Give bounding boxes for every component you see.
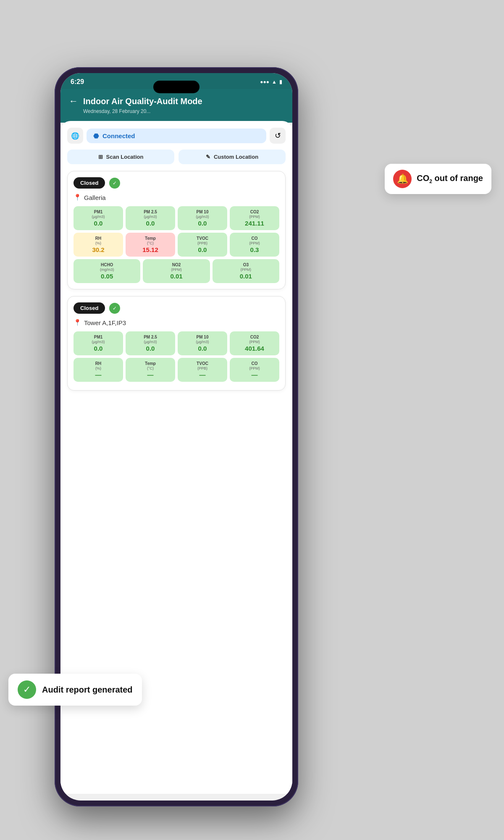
card-galleria: Closed ✓ 📍 Galleria PM1 (μg/m3) 0.0 bbox=[67, 171, 286, 289]
custom-location-label: Custom Location bbox=[214, 154, 258, 160]
metrics-row1-tower: PM1 (μg/m3) 0.0 PM 2.5 (μg/m3) 0.0 PM 10… bbox=[74, 331, 279, 355]
refresh-button[interactable]: ↺ bbox=[270, 128, 286, 144]
closed-badge-1[interactable]: Closed bbox=[74, 177, 105, 189]
wifi-icon: ▲ bbox=[272, 79, 277, 85]
qr-icon: ⊞ bbox=[98, 154, 103, 160]
metric-co-t: CO (PPM) — bbox=[230, 358, 279, 382]
location-text-1: Galleria bbox=[84, 194, 106, 201]
location-name-1: 📍 Galleria bbox=[74, 194, 279, 201]
location-text-2: Tower A,1F,IP3 bbox=[84, 319, 126, 326]
header-subtitle: Wednesday, 28 February 20... bbox=[83, 108, 284, 114]
battery-icon: ▮ bbox=[279, 79, 282, 85]
check-icon-2: ✓ bbox=[109, 303, 120, 314]
metric-co2-t: CO2 (PPM) 401.64 bbox=[230, 331, 279, 355]
metrics-row3-galleria: HCHO (mg/m3) 0.05 NO2 (PPM) 0.01 O3 (PPM… bbox=[74, 259, 279, 283]
metric-o3: O3 (PPM) 0.01 bbox=[213, 259, 279, 283]
globe-icon: 🌐 bbox=[71, 132, 79, 140]
metric-rh-t: RH (%) — bbox=[74, 358, 123, 382]
metric-pm25: PM 2.5 (μg/m3) 0.0 bbox=[126, 206, 175, 230]
bluetooth-icon: ⬣ bbox=[93, 132, 99, 140]
globe-button[interactable]: 🌐 bbox=[67, 128, 83, 144]
tooltip-co2: 🔔 CO2 out of range bbox=[385, 164, 491, 194]
page-title: Indoor Air Quality-Audit Mode bbox=[83, 97, 202, 106]
scan-location-button[interactable]: ⊞ Scan Location bbox=[67, 150, 174, 164]
metric-rh: RH (%) 30.2 bbox=[74, 233, 123, 257]
signal-icon: ●●● bbox=[260, 79, 269, 85]
app-header: ← Indoor Air Quality-Audit Mode Wednesda… bbox=[60, 89, 292, 123]
metric-temp: Temp (°C) 15.12 bbox=[126, 233, 175, 257]
metrics-row2-tower: RH (%) — Temp (°C) — TVOC (PPB) — bbox=[74, 358, 279, 382]
metrics-row2-galleria: RH (%) 30.2 Temp (°C) 15.12 TVOC (PPB) bbox=[74, 233, 279, 257]
location-pin-icon-1: 📍 bbox=[74, 194, 81, 201]
audit-check-icon: ✓ bbox=[18, 680, 36, 699]
co2-alert-text: CO2 out of range bbox=[417, 173, 483, 184]
scene: 6:29 ●●● ▲ ▮ ← Indoor Air Quality-Audit … bbox=[0, 0, 504, 840]
metric-co2: CO2 (PPM) 241.11 bbox=[230, 206, 279, 230]
location-pin-icon-2: 📍 bbox=[74, 319, 81, 326]
metric-hcho: HCHO (mg/m3) 0.05 bbox=[74, 259, 140, 283]
pencil-icon: ✎ bbox=[206, 154, 210, 160]
location-name-2: 📍 Tower A,1F,IP3 bbox=[74, 319, 279, 326]
audit-report-text: Audit report generated bbox=[42, 685, 133, 695]
connection-row: 🌐 ⬣ Connected ↺ bbox=[67, 128, 286, 144]
status-icons: ●●● ▲ ▮ bbox=[260, 79, 282, 85]
dynamic-island bbox=[153, 81, 200, 93]
connected-label: Connected bbox=[102, 132, 135, 139]
metric-co: CO (PPM) 0.3 bbox=[230, 233, 279, 257]
bluetooth-connected-button[interactable]: ⬣ Connected bbox=[87, 129, 266, 143]
metric-tvoc: TVOC (PPB) 0.0 bbox=[178, 233, 227, 257]
custom-location-button[interactable]: ✎ Custom Location bbox=[178, 150, 286, 164]
metric-pm25-t: PM 2.5 (μg/m3) 0.0 bbox=[126, 331, 175, 355]
metrics-row1-galleria: PM1 (μg/m3) 0.0 PM 2.5 (μg/m3) 0.0 PM 10… bbox=[74, 206, 279, 230]
bell-icon: 🔔 bbox=[393, 170, 412, 188]
metric-pm10: PM 10 (μg/m3) 0.0 bbox=[178, 206, 227, 230]
closed-badge-2[interactable]: Closed bbox=[74, 302, 105, 314]
metric-pm1: PM1 (μg/m3) 0.0 bbox=[74, 206, 123, 230]
check-icon-1: ✓ bbox=[109, 178, 120, 189]
tooltip-audit: ✓ Audit report generated bbox=[8, 674, 142, 706]
header-top: ← Indoor Air Quality-Audit Mode bbox=[69, 96, 284, 107]
metric-tvoc-t: TVOC (PPB) — bbox=[178, 358, 227, 382]
refresh-icon: ↺ bbox=[275, 131, 281, 140]
metric-pm10-t: PM 10 (μg/m3) 0.0 bbox=[178, 331, 227, 355]
status-time: 6:29 bbox=[71, 78, 84, 86]
metric-temp-t: Temp (°C) — bbox=[126, 358, 175, 382]
card-tower-a: Closed ✓ 📍 Tower A,1F,IP3 PM1 (μg/m3) 0.… bbox=[67, 296, 286, 391]
card-header-2: Closed ✓ bbox=[74, 302, 279, 314]
metric-no2: NO2 (PPM) 0.01 bbox=[143, 259, 210, 283]
location-row: ⊞ Scan Location ✎ Custom Location bbox=[67, 150, 286, 164]
metric-pm1-t: PM1 (μg/m3) 0.0 bbox=[74, 331, 123, 355]
scan-location-label: Scan Location bbox=[106, 154, 144, 160]
back-button[interactable]: ← bbox=[69, 96, 78, 107]
card-header-1: Closed ✓ bbox=[74, 177, 279, 189]
